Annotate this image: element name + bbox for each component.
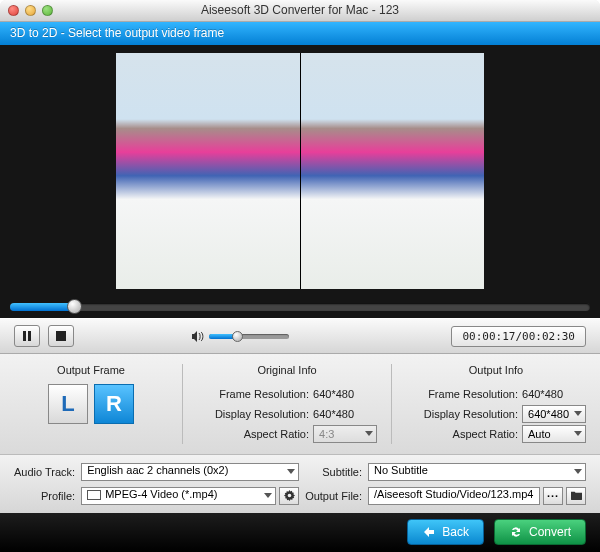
output-file-field[interactable]: /Aiseesoft Studio/Video/123.mp4 (368, 487, 540, 505)
output-frame-heading: Output Frame (57, 364, 125, 376)
time-total: 00:02:30 (522, 330, 575, 343)
video-canvas-wrap (0, 45, 600, 296)
bottom-form: Audio Track: English aac 2 channels (0x2… (0, 455, 600, 513)
profile-format-icon (87, 490, 101, 500)
out-frame-res-value: 640*480 (522, 388, 563, 400)
info-panel: Output Frame L R Original Info Frame Res… (0, 354, 600, 455)
chevron-down-icon (365, 431, 373, 436)
orig-disp-res-value: 640*480 (313, 408, 354, 420)
video-right-frame (300, 53, 485, 289)
app-window: Aiseesoft 3D Converter for Mac - 123 3D … (0, 0, 600, 552)
traffic-lights (8, 5, 53, 16)
left-frame-button[interactable]: L (48, 384, 88, 424)
output-info-section: Output Info Frame Resolution:640*480 Dis… (406, 364, 586, 444)
pause-button[interactable] (14, 325, 40, 347)
close-window-button[interactable] (8, 5, 19, 16)
output-info-heading: Output Info (406, 364, 586, 376)
chevron-down-icon (574, 469, 582, 474)
lr-buttons: L R (48, 384, 134, 424)
chevron-down-icon (287, 469, 295, 474)
profile-select[interactable]: MPEG-4 Video (*.mp4) (81, 487, 276, 505)
orig-aspect-label: Aspect Ratio: (197, 428, 309, 440)
profile-label: Profile: (14, 490, 75, 502)
orig-frame-res-value: 640*480 (313, 388, 354, 400)
orig-frame-res-label: Frame Resolution: (197, 388, 309, 400)
separator (391, 364, 392, 444)
video-left-frame (116, 53, 300, 289)
output-file-browse-button[interactable] (566, 487, 586, 505)
ellipsis-icon: ··· (547, 493, 559, 499)
orig-disp-res-label: Display Resolution: (197, 408, 309, 420)
subtitle-label: Subtitle: (305, 466, 362, 478)
minimize-window-button[interactable] (25, 5, 36, 16)
step-banner-text: 3D to 2D - Select the output video frame (10, 26, 224, 40)
svg-rect-1 (28, 331, 31, 341)
stop-icon (56, 331, 66, 341)
convert-icon (509, 525, 523, 539)
convert-button[interactable]: Convert (494, 519, 586, 545)
window-title: Aiseesoft 3D Converter for Mac - 123 (0, 3, 600, 17)
audio-track-label: Audio Track: (14, 466, 75, 478)
volume-icon (192, 331, 205, 342)
gear-icon (284, 490, 295, 501)
seek-fill (10, 303, 74, 311)
original-info-section: Original Info Frame Resolution:640*480 D… (197, 364, 377, 444)
output-file-more-button[interactable]: ··· (543, 487, 563, 505)
video-canvas[interactable] (116, 53, 484, 289)
out-frame-res-label: Frame Resolution: (406, 388, 518, 400)
back-button[interactable]: Back (407, 519, 484, 545)
seek-thumb[interactable] (67, 299, 82, 314)
volume-control (192, 331, 289, 342)
out-disp-res-select[interactable]: 640*480 (522, 405, 586, 423)
titlebar[interactable]: Aiseesoft 3D Converter for Mac - 123 (0, 0, 600, 22)
footer-bar: Back Convert (0, 513, 600, 552)
profile-settings-button[interactable] (279, 487, 299, 505)
audio-track-select[interactable]: English aac 2 channels (0x2) (81, 463, 299, 481)
back-arrow-icon (422, 525, 436, 539)
orig-aspect-select: 4:3 (313, 425, 377, 443)
stop-button[interactable] (48, 325, 74, 347)
original-info-heading: Original Info (197, 364, 377, 376)
time-elapsed: 00:00:17 (462, 330, 515, 343)
step-banner: 3D to 2D - Select the output video frame (0, 22, 600, 46)
volume-slider[interactable] (209, 334, 289, 339)
output-file-label: Output File: (305, 490, 362, 502)
chevron-down-icon (574, 411, 582, 416)
convert-button-label: Convert (529, 525, 571, 539)
right-frame-button[interactable]: R (94, 384, 134, 424)
out-aspect-label: Aspect Ratio: (406, 428, 518, 440)
svg-rect-2 (56, 331, 66, 341)
pause-icon (22, 331, 32, 341)
separator (182, 364, 183, 444)
volume-thumb[interactable] (232, 331, 243, 342)
out-disp-res-label: Display Resolution: (406, 408, 518, 420)
svg-rect-0 (23, 331, 26, 341)
subtitle-select[interactable]: No Subtitle (368, 463, 586, 481)
player-controls: 00:00:17/00:02:30 (0, 318, 600, 353)
time-display: 00:00:17/00:02:30 (451, 326, 586, 347)
chevron-down-icon (574, 431, 582, 436)
seek-row (0, 296, 600, 318)
folder-icon (571, 490, 582, 501)
seek-slider[interactable] (10, 303, 590, 311)
zoom-window-button[interactable] (42, 5, 53, 16)
out-aspect-select[interactable]: Auto (522, 425, 586, 443)
output-frame-section: Output Frame L R (14, 364, 168, 444)
preview-area (0, 45, 600, 318)
chevron-down-icon (264, 493, 272, 498)
back-button-label: Back (442, 525, 469, 539)
